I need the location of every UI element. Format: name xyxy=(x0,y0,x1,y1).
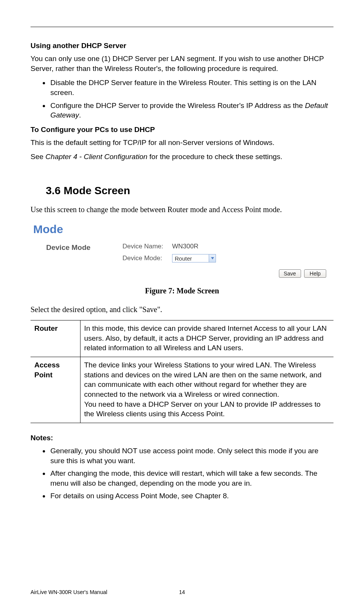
device-mode-dropdown[interactable]: Router xyxy=(172,254,216,262)
para-see-chapter4: See Chapter 4 - Client Configuration for… xyxy=(31,152,333,162)
notes-list: Generally, you should NOT use access poi… xyxy=(31,446,333,501)
device-name-value: WN300R xyxy=(172,243,198,250)
page-footer: AirLive WN-300R User's Manual 14 xyxy=(31,589,333,595)
section-intro: Use this screen to change the mode betwe… xyxy=(31,205,333,214)
mode-row-label: Device Mode xyxy=(46,243,122,252)
top-rule xyxy=(31,27,333,27)
dhcp-bullet-list: Disable the DHCP Server feature in the W… xyxy=(31,78,333,120)
figure-caption: Figure 7: Mode Screen xyxy=(31,287,333,295)
help-button[interactable]: Help xyxy=(304,269,326,278)
svg-marker-0 xyxy=(211,257,214,259)
para-default-setting: This is the default setting for TCP/IP f… xyxy=(31,138,333,148)
mode-screen-panel: Mode Device Mode Device Name: WN300R Dev… xyxy=(31,220,333,282)
chevron-down-icon xyxy=(209,254,216,262)
table-key-ap: Access Point xyxy=(31,357,80,423)
heading-using-another-dhcp: Using another DHCP Server xyxy=(31,42,333,50)
dhcp-bullet-2-text: Configure the DHCP Server to provide the… xyxy=(50,101,305,109)
para-dhcp-intro: You can only use one (1) DHCP Server per… xyxy=(31,54,333,73)
table-val-router: In this mode, this device can provide sh… xyxy=(80,320,333,357)
footer-page-number: 14 xyxy=(179,589,185,595)
mode-panel-title: Mode xyxy=(33,223,333,236)
dhcp-bullet-2: Configure the DHCP Server to provide the… xyxy=(50,101,333,120)
device-mode-label: Device Mode: xyxy=(122,254,172,262)
table-row: Access Point The device links your Wirel… xyxy=(31,357,333,423)
table-key-router: Router xyxy=(31,320,80,357)
note-1: Generally, you should NOT use access poi… xyxy=(50,446,333,465)
dropdown-selected: Router xyxy=(172,255,209,262)
note-3: For details on using Access Point Mode, … xyxy=(50,491,333,501)
section-3-6-heading: 3.6 Mode Screen xyxy=(46,185,333,197)
device-name-label: Device Name: xyxy=(122,243,172,250)
notes-heading: Notes: xyxy=(31,434,333,442)
note-2: After changing the mode, this device wil… xyxy=(50,468,333,488)
dhcp-bullet-1: Disable the DHCP Server feature in the W… xyxy=(50,78,333,97)
heading-configure-pcs: To Configure your PCs to use DHCP xyxy=(31,126,333,134)
mode-description-table: Router In this mode, this device can pro… xyxy=(31,320,333,423)
save-button[interactable]: Save xyxy=(279,269,301,278)
table-val-ap: The device links your Wireless Stations … xyxy=(80,357,333,423)
table-row: Router In this mode, this device can pro… xyxy=(31,320,333,357)
after-figure-text: Select the desired option, and click "Sa… xyxy=(31,305,333,314)
